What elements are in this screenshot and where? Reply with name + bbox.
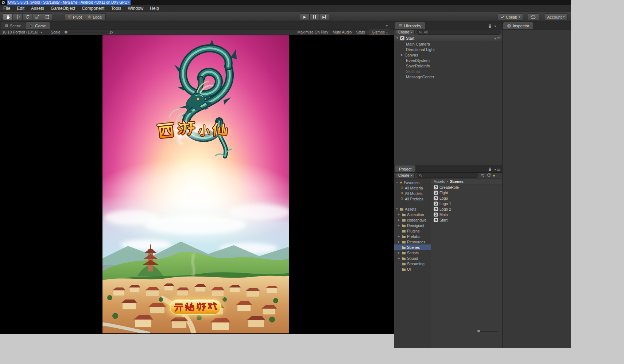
menu-assets[interactable]: Assets [28,5,47,11]
favorite-all-models[interactable]: All Models [394,191,431,196]
hierarchy-create-button[interactable]: Create▾ [396,30,415,35]
project-search-input[interactable] [424,173,476,177]
item-label: Logo 2 [439,207,451,211]
tab-scene[interactable]: Scene [1,22,25,29]
hierarchy-item-messagecenter[interactable]: MessageCenter [394,74,502,79]
collab-button[interactable]: Collab▾ [498,13,523,20]
scene-context-menu-button[interactable]: ▾ [494,37,500,40]
thumbnail-size-knob[interactable] [477,330,480,332]
file-fight[interactable]: Fight [431,190,502,195]
local-toggle-button[interactable]: Local [85,13,105,20]
hierarchy-item-skillinfo[interactable]: SkillInfo [394,69,502,74]
game-viewport[interactable] [0,35,394,333]
chevron-right-icon[interactable]: ▶ [398,257,400,260]
file-logo[interactable]: Logo [431,195,502,201]
tab-game[interactable]: Game [26,22,50,29]
hierarchy-search-input[interactable] [424,30,498,34]
chevron-right-icon[interactable]: ▶ [398,213,400,216]
hierarchy-item-canvas[interactable]: ▶Canvas [394,52,502,58]
favorites-header[interactable]: ▼ ★ Favorites [394,180,431,185]
hierarchy-item-eventsystem[interactable]: EventSystem [394,58,502,63]
breadcrumb-current[interactable]: Scenes [450,179,464,184]
scale-tool-button[interactable] [32,13,42,20]
menu-file[interactable]: File [0,5,13,11]
file-start[interactable]: Start [431,217,502,223]
chevron-right-icon[interactable]: ▶ [398,240,400,243]
folder-scenes[interactable]: Scenes [394,244,431,250]
assets-root-row[interactable]: ▼ Assets [394,206,431,212]
folder-scripts[interactable]: ▶Scripts [394,250,431,255]
search-by-label-icon[interactable] [487,173,491,177]
favorite-all-materials[interactable]: All Materia [394,185,431,191]
scale-slider[interactable] [63,32,106,32]
folder-plugins[interactable]: Plugins [394,228,431,234]
rotate-tool-button[interactable] [23,13,32,20]
file-logo-2[interactable]: Logo 2 [431,206,502,212]
menu-component[interactable]: Component [78,5,108,11]
hierarchy-panel-menu-button[interactable]: ▾ [494,24,500,28]
lock-icon[interactable] [488,167,492,171]
chevron-right-icon[interactable]: ▶ [398,251,400,254]
mute-audio-button[interactable]: Mute Audio [333,30,352,34]
step-button[interactable]: ▶ [319,13,329,20]
chevron-down-icon[interactable]: ▼ [396,181,398,184]
chevron-right-icon[interactable]: ▶ [398,219,400,222]
play-button[interactable]: ▶ [300,13,310,20]
aspect-ratio-dropdown[interactable]: 16:10 Portrait (10:16)▾ [2,30,42,34]
chevron-right-icon[interactable]: ▶ [401,53,403,56]
file-main[interactable]: Main [431,212,502,217]
scale-value: 1x [109,30,113,34]
pause-button[interactable] [310,13,319,20]
menu-gameobject[interactable]: GameObject [47,5,78,11]
rect-tool-button[interactable] [42,13,52,20]
project-create-button[interactable]: Create▾ [396,173,415,178]
search-by-type-icon[interactable] [480,173,485,177]
file-createrole[interactable]: CreateRole [431,184,502,190]
stats-button[interactable]: Stats [356,30,365,34]
thumbnail-size-slider[interactable] [477,331,498,332]
folder-codeandwe[interactable]: ▶codeandwe [394,217,431,223]
hierarchy-search[interactable] [416,30,501,35]
folder-animation[interactable]: ▶Animation [394,212,431,217]
cloud-button[interactable] [528,13,539,20]
menu-tools[interactable]: Tools [108,5,124,11]
lock-icon[interactable] [488,24,492,28]
maximize-on-play-button[interactable]: Maximize On Play [297,30,328,34]
favorite-all-prefabs[interactable]: All Prefabs [394,196,431,201]
hand-tool-button[interactable] [3,13,13,20]
hierarchy-item-main-camera[interactable]: Main Camera [394,41,502,47]
favorites-star-icon[interactable]: ★ [492,174,496,177]
chevron-down-icon[interactable]: ▼ [396,36,399,40]
folder-prefabs[interactable]: ▶Prefabs [394,234,431,239]
gizmos-dropdown[interactable]: Gizmos▾ [369,30,390,35]
hierarchy-item-saveroleinfo[interactable]: SaveRoleInfo [394,63,502,69]
assets-root-label: Assets [405,207,416,211]
hierarchy-scene-row[interactable]: ▼ Start ▾ [394,35,502,41]
menu-window[interactable]: Window [124,5,147,11]
menu-help[interactable]: Help [147,5,162,11]
pivot-toggle-button[interactable]: Pivot [65,13,85,20]
tab-project[interactable]: Project [395,165,415,172]
game-render-area[interactable] [102,35,289,333]
move-tool-button[interactable] [13,13,23,20]
folder-streamingassets[interactable]: Streaming [394,261,431,266]
tab-inspector[interactable]: i Inspector [503,22,533,29]
hierarchy-item-directional-light[interactable]: Directional Light [394,47,502,52]
folder-ui[interactable]: UI [394,266,431,272]
project-search[interactable] [416,173,478,178]
project-panel-menu-button[interactable]: ▾ [494,168,500,171]
chevron-right-icon[interactable]: ▶ [398,224,400,227]
account-button[interactable]: Account▾ [544,13,567,20]
tab-hierarchy[interactable]: Hierarchy [395,22,425,29]
chevron-down-icon[interactable]: ▼ [396,208,398,210]
chevron-right-icon[interactable]: ▶ [398,235,400,238]
folder-resources[interactable]: ▶Resources [394,239,431,244]
game-panel-menu-button[interactable]: ▾ [386,24,392,28]
breadcrumb-assets[interactable]: Assets [434,179,445,184]
scale-slider-knob[interactable] [65,31,67,34]
folder-sound[interactable]: ▶Sound [394,255,431,261]
file-logo-1[interactable]: Logo 1 [431,201,502,206]
folder-demigiant[interactable]: ▶Demigiant [394,223,431,228]
start-game-button[interactable] [170,300,221,315]
menu-edit[interactable]: Edit [13,5,28,11]
